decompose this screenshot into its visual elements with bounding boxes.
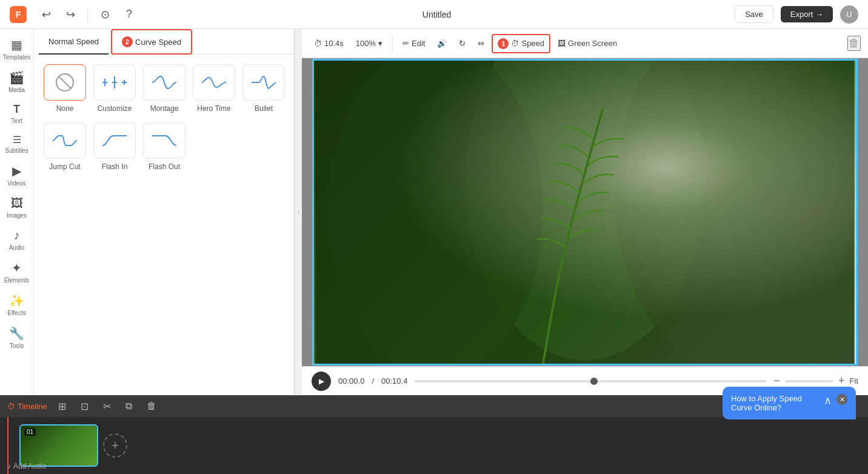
step-badge-speed: 1 xyxy=(498,38,509,49)
duration-button[interactable]: ⏱ 10.4s xyxy=(309,36,349,51)
sidebar-item-elements[interactable]: ✦ Elements xyxy=(2,257,32,287)
montage-label: Montage xyxy=(150,104,179,113)
speed-item-customize[interactable]: Customize xyxy=(93,64,136,113)
play-button[interactable]: ▶ xyxy=(312,372,331,391)
elements-icon: ✦ xyxy=(12,261,22,275)
sidebar-item-text[interactable]: T Text xyxy=(2,99,32,128)
sidebar-item-videos[interactable]: ▶ Videos xyxy=(2,160,32,190)
delete-button[interactable]: 🗑 xyxy=(847,36,861,51)
sidebar-label-templates: Templates xyxy=(3,54,31,61)
sidebar-item-audio[interactable]: ♪ Audio xyxy=(2,225,32,255)
jump-cut-label: Jump Cut xyxy=(49,162,80,171)
chat-bubble[interactable]: How to Apply Speed Curve Online? ∧ ✕ xyxy=(723,387,856,419)
rotate-icon: ↻ xyxy=(459,39,466,48)
chat-close-button[interactable]: ✕ xyxy=(836,394,847,405)
zoom-controls: − + Fit xyxy=(774,375,858,387)
rotate-button[interactable]: ↻ xyxy=(454,36,470,51)
hero-time-label: Hero Time xyxy=(197,104,230,113)
templates-icon: ▦ xyxy=(11,38,22,52)
clock-icon: ⏱ xyxy=(314,39,322,48)
flash-in-svg xyxy=(100,130,129,152)
speed-item-jump-cut[interactable]: Jump Cut xyxy=(44,122,86,171)
avatar[interactable]: U xyxy=(840,5,858,24)
zoom-button[interactable]: 100% ▾ xyxy=(351,36,387,51)
progress-bar[interactable] xyxy=(415,380,766,382)
bullet-label: Bullet xyxy=(255,104,273,113)
jump-cut-svg xyxy=(50,130,79,152)
save-button[interactable]: Save xyxy=(735,5,773,23)
add-audio-button[interactable]: ♪ Add Audio xyxy=(7,462,47,470)
flash-out-icon-box xyxy=(143,122,185,159)
zoom-out-button[interactable]: − xyxy=(774,375,781,387)
tab-normal-speed[interactable]: Normal Speed xyxy=(39,29,109,55)
sidebar-label-videos: Videos xyxy=(7,180,25,187)
green-screen-button[interactable]: 🖼 Green Screen xyxy=(553,36,622,51)
top-bar: F ↩ ↪ ⊙ ? Untitled Save Export → U xyxy=(0,0,868,29)
speed-grid-row1: None Customize xyxy=(34,55,294,122)
chat-expand-icon[interactable]: ∧ xyxy=(824,394,832,407)
customize-label: Customize xyxy=(98,104,132,113)
duration-value: 10.4s xyxy=(324,39,344,48)
step-badge-2: 2 xyxy=(122,36,133,47)
flash-in-label: Flash In xyxy=(102,162,128,171)
speed-item-none[interactable]: None xyxy=(44,64,86,113)
timeline-copy-button[interactable]: ⧉ xyxy=(122,399,136,413)
timeline-clip-1[interactable]: 01 xyxy=(19,424,98,467)
sidebar-label-subtitles: Subtitles xyxy=(5,147,28,154)
audio-icon: ♪ xyxy=(14,229,20,242)
mirror-button[interactable]: ⇔ xyxy=(473,36,489,51)
speed-button[interactable]: 1 ⏱ Speed xyxy=(492,34,550,53)
sidebar-label-tools: Tools xyxy=(10,342,24,349)
redo-button[interactable]: ↪ xyxy=(61,5,80,24)
sidebar-label-audio: Audio xyxy=(9,244,25,251)
zoom-in-button[interactable]: + xyxy=(838,375,845,387)
sidebar-item-tools[interactable]: 🔧 Tools xyxy=(2,322,32,353)
volume-icon: 🔊 xyxy=(437,39,447,48)
subtitles-icon: ☰ xyxy=(13,134,21,145)
edit-button[interactable]: ✏ Edit xyxy=(398,36,430,51)
fern-svg xyxy=(314,61,856,364)
flash-out-label: Flash Out xyxy=(149,162,180,171)
sidebar-item-media[interactable]: 🎬 Media xyxy=(2,67,32,97)
edit-label: Edit xyxy=(412,39,425,48)
center-area: ⏱ 10.4s 100% ▾ ✏ Edit 🔊 ↻ ⇔ 1 xyxy=(302,29,868,395)
add-clip-button[interactable]: + xyxy=(103,433,127,458)
timeline-cut-button[interactable]: ✂ xyxy=(99,399,115,413)
sidebar-label-effects: Effects xyxy=(7,310,25,316)
fit-button[interactable]: Fit xyxy=(850,376,858,386)
sidebar-item-images[interactable]: 🖼 Images xyxy=(2,193,32,222)
svg-rect-13 xyxy=(315,61,854,364)
speed-item-flash-in[interactable]: Flash In xyxy=(93,122,136,171)
export-button[interactable]: Export → xyxy=(781,6,833,22)
timeline-add-button[interactable]: ⊞ xyxy=(55,399,70,413)
none-svg xyxy=(50,72,79,93)
preview-area xyxy=(302,58,868,366)
volume-button[interactable]: 🔊 xyxy=(432,36,452,51)
svg-line-1 xyxy=(59,76,71,88)
timeline-split-button[interactable]: ⊡ xyxy=(77,399,92,413)
sidebar-item-templates[interactable]: ▦ Templates xyxy=(2,34,32,64)
capture-button[interactable]: ⊙ xyxy=(95,5,115,24)
panel-collapse-handle[interactable]: ‹ xyxy=(295,29,302,395)
divider-1 xyxy=(87,7,88,22)
sidebar-item-subtitles[interactable]: ☰ Subtitles xyxy=(2,130,32,158)
mirror-icon: ⇔ xyxy=(478,39,484,48)
media-icon: 🎬 xyxy=(9,70,24,85)
sidebar-item-effects[interactable]: ✨ Effects xyxy=(2,290,32,320)
help-button[interactable]: ? xyxy=(119,5,139,24)
speed-item-bullet[interactable]: Bullet xyxy=(242,64,285,113)
speed-item-hero-time[interactable]: Hero Time xyxy=(193,64,235,113)
progress-thumb[interactable] xyxy=(590,378,598,385)
speed-item-montage[interactable]: Montage xyxy=(143,64,185,113)
timeline-delete-button[interactable]: 🗑 xyxy=(143,399,160,413)
time-separator: / xyxy=(372,376,374,386)
tab-curve-speed[interactable]: 2 Curve Speed xyxy=(111,29,192,55)
undo-button[interactable]: ↩ xyxy=(36,5,56,24)
customize-svg xyxy=(100,72,129,93)
zoom-slider[interactable] xyxy=(785,380,833,382)
sidebar-label-elements: Elements xyxy=(4,277,30,284)
main-content: ▦ Templates 🎬 Media T Text ☰ Subtitles ▶… xyxy=(0,29,868,395)
sidebar-label-text: Text xyxy=(11,118,22,124)
speed-item-flash-out[interactable]: Flash Out xyxy=(143,122,185,171)
chat-message: How to Apply Speed Curve Online? xyxy=(731,394,819,412)
